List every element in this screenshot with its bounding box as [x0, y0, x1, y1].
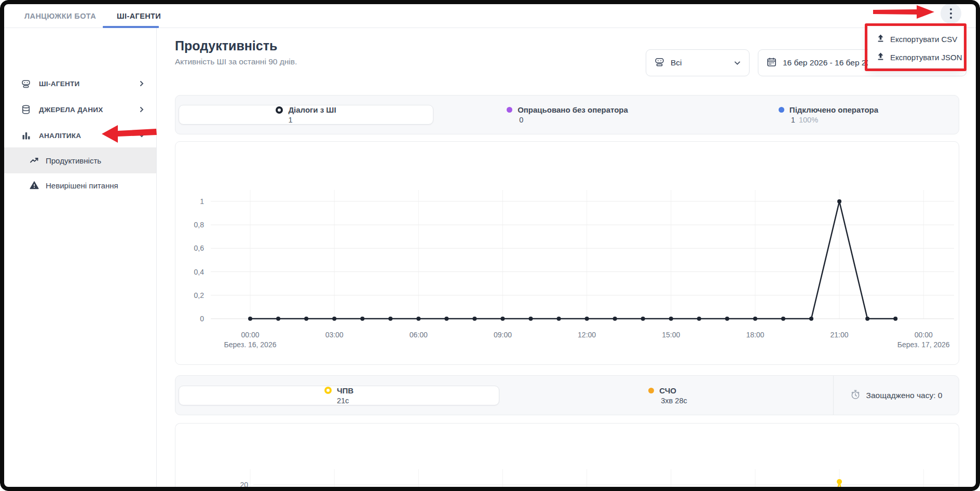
stat-value: 0 — [519, 116, 523, 124]
svg-text:15:00: 15:00 — [662, 331, 680, 339]
sidebar-item-label: Невирішені питання — [46, 181, 145, 190]
sidebar-item-analytics[interactable]: АНАЛІТИКА — [4, 122, 156, 148]
svg-text:0,4: 0,4 — [194, 268, 205, 276]
series-marker-dot — [507, 107, 512, 113]
stopwatch-icon — [850, 389, 861, 402]
svg-text:Берез. 17, 2026: Берез. 17, 2026 — [897, 340, 950, 349]
robot-icon — [21, 79, 31, 88]
secondary-line-chart: 20 — [175, 424, 959, 491]
svg-text:1: 1 — [200, 197, 204, 206]
menu-item-label: Експортувати JSON — [890, 53, 962, 62]
svg-text:20: 20 — [240, 481, 248, 489]
series-marker-dot — [779, 107, 784, 113]
bar-chart-icon — [21, 131, 31, 140]
svg-text:18:00: 18:00 — [746, 331, 764, 339]
sidebar-item-label: ШІ-АГЕНТИ — [39, 80, 139, 88]
trend-up-icon — [30, 156, 39, 165]
menu-item-export-csv[interactable]: Експортувати CSV — [868, 31, 963, 47]
sidebar-item-label: Продуктивність — [46, 156, 145, 165]
upload-icon — [877, 34, 884, 44]
svg-text:0,8: 0,8 — [194, 221, 205, 229]
stat-operator-free[interactable]: Опрацьовано без оператора 0 — [437, 96, 698, 134]
upload-icon — [877, 52, 884, 62]
chevron-down-icon — [139, 132, 145, 139]
stat-label: СЧО — [659, 386, 676, 395]
stat-value: 3хв 28с — [661, 397, 687, 405]
top-tabs: ЛАНЦЮЖКИ БОТА ШІ-АГЕНТИ — [24, 4, 161, 28]
kebab-menu-button[interactable] — [941, 3, 961, 24]
top-bar: ЛАНЦЮЖКИ БОТА ШІ-АГЕНТИ — [4, 4, 976, 28]
chevron-right-icon — [139, 106, 145, 113]
sidebar-item-data-sources[interactable]: ДЖЕРЕЛА ДАНИХ — [4, 97, 156, 122]
performance-line-chart: 00,20,40,60,8100:0003:0006:0009:0012:001… — [175, 142, 959, 364]
svg-text:21:00: 21:00 — [831, 331, 849, 339]
svg-text:06:00: 06:00 — [410, 331, 428, 339]
screenshot-frame: ЛАНЦЮЖКИ БОТА ШІ-АГЕНТИ ШІ-АГЕНТИ — [0, 0, 980, 491]
series-marker-ring — [324, 387, 332, 394]
stat-label: Підключено оператора — [790, 105, 878, 114]
tab-ai-agents[interactable]: ШІ-АГЕНТИ — [117, 12, 161, 20]
robot-icon — [655, 57, 664, 69]
tab-bot-chains[interactable]: ЛАНЦЮЖКИ БОТА — [24, 12, 96, 20]
stat-label: Заощаджено часу: 0 — [866, 391, 943, 400]
stat-operator-connected[interactable]: Підключено оператора 1 100% — [698, 96, 959, 134]
menu-item-export-json[interactable]: Експортувати JSON — [868, 49, 963, 65]
sidebar-item-unresolved[interactable]: Невирішені питання — [4, 173, 156, 197]
menu-item-label: Експортувати CSV — [890, 35, 957, 44]
stat-label: Опрацьовано без оператора — [518, 105, 628, 114]
stats-strip-top: Діалоги з ШІ 1 Опрацьовано без оператора… — [175, 95, 959, 134]
svg-text:0,6: 0,6 — [194, 244, 205, 252]
page-title: Продуктивність — [175, 38, 277, 53]
stats-strip-bottom: ЧПВ 21с СЧО 3хв 28с — [175, 375, 959, 415]
stat-card-ai-dialogs[interactable]: Діалоги з ШІ 1 — [179, 105, 433, 125]
sidebar-item-performance[interactable]: Продуктивність — [4, 147, 156, 173]
database-icon — [21, 105, 31, 114]
svg-text:0: 0 — [200, 315, 204, 323]
stat-percent: 100% — [799, 116, 818, 124]
calendar-icon — [767, 57, 777, 69]
sidebar-item-label: ДЖЕРЕЛА ДАНИХ — [39, 106, 139, 114]
chevron-down-icon — [734, 60, 741, 66]
active-tab-underline — [103, 26, 159, 28]
svg-text:03:00: 03:00 — [325, 331, 344, 339]
series-marker-ring — [276, 106, 283, 114]
stat-scho[interactable]: СЧО 3хв 28с — [502, 376, 833, 415]
sidebar: ШІ-АГЕНТИ ДЖЕРЕЛА ДАНИХ — [4, 28, 157, 487]
stat-label: Діалоги з ШІ — [288, 105, 336, 114]
warning-icon — [30, 181, 39, 190]
stat-time-saved: Заощаджено часу: 0 — [833, 376, 959, 415]
agent-filter-select[interactable]: Всі — [646, 49, 750, 76]
chevron-right-icon — [139, 80, 145, 87]
stat-value: 1 — [288, 116, 292, 124]
kebab-icon — [950, 8, 952, 19]
svg-text:12:00: 12:00 — [578, 331, 596, 339]
stat-value: 1 — [791, 116, 795, 124]
page-subtitle: Активність ШІ за останні 90 днів. — [175, 57, 297, 66]
svg-text:09:00: 09:00 — [494, 331, 512, 339]
stat-value: 21с — [337, 397, 349, 405]
export-dropdown-menu: Експортувати CSV Експортувати JSON — [868, 26, 963, 68]
performance-chart-container: 00,20,40,60,8100:0003:0006:0009:0012:001… — [175, 141, 959, 365]
series-marker-dot — [648, 388, 654, 393]
secondary-chart-container: 20 — [175, 423, 959, 491]
stat-card-chpv[interactable]: ЧПВ 21с — [179, 386, 499, 405]
date-range-value: 16 бер 2026 - 16 бер 20 — [783, 58, 870, 67]
sidebar-item-label: АНАЛІТИКА — [39, 132, 139, 140]
svg-text:00:00: 00:00 — [241, 331, 259, 339]
agent-filter-value: Всі — [671, 58, 734, 67]
svg-text:Берез. 16, 2026: Берез. 16, 2026 — [224, 340, 277, 349]
stat-label: ЧПВ — [337, 386, 353, 395]
svg-text:0,2: 0,2 — [194, 291, 205, 299]
svg-text:00:00: 00:00 — [915, 331, 933, 339]
sidebar-item-ai-agents[interactable]: ШІ-АГЕНТИ — [4, 71, 156, 97]
